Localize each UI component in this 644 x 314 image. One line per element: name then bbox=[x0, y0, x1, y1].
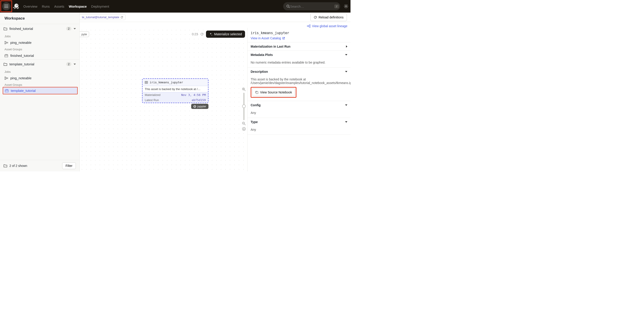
notebook-button-label: View Source Notebook bbox=[260, 91, 292, 94]
section-materialization-header[interactable]: Materialization in Last Run bbox=[248, 43, 350, 51]
svg-rect-11 bbox=[5, 90, 8, 92]
jupyter-icon bbox=[194, 105, 196, 108]
zoom-in-button[interactable] bbox=[242, 87, 246, 91]
job-icon bbox=[4, 77, 8, 80]
nav-workspace[interactable]: Workspace bbox=[69, 5, 87, 8]
section-label: Type bbox=[251, 120, 258, 124]
nav-assets[interactable]: Assets bbox=[54, 5, 64, 8]
download-button[interactable] bbox=[242, 127, 246, 131]
section-config-header[interactable]: Config bbox=[248, 101, 350, 109]
section-materialization: Materialization in Last Run bbox=[248, 43, 350, 51]
svg-rect-10 bbox=[7, 78, 8, 79]
repo-name: template_tutorial bbox=[10, 62, 64, 66]
materialize-label: Materialize selected bbox=[214, 32, 242, 36]
refresh-graph-button[interactable] bbox=[200, 32, 204, 36]
section-type-header[interactable]: Type bbox=[248, 118, 350, 126]
search-input[interactable] bbox=[290, 5, 332, 8]
menu-button[interactable] bbox=[2, 2, 10, 10]
app-logo bbox=[12, 3, 19, 10]
view-source-notebook-button[interactable]: View Source Notebook bbox=[252, 89, 295, 96]
table-icon bbox=[145, 81, 148, 84]
sidebar-footer: 2 of 2 shown Filter bbox=[0, 160, 80, 171]
description-body: This asset is backed by the notebook at … bbox=[248, 76, 350, 101]
notebook-button-highlight: View Source Notebook bbox=[251, 87, 296, 98]
reload-icon bbox=[314, 16, 317, 19]
asset-node-latest-run: Latest Run ebf5d159 bbox=[142, 98, 208, 103]
footer-count: 2 of 2 shown bbox=[10, 164, 27, 168]
section-type: Type Any bbox=[248, 118, 350, 135]
chevron-down-icon bbox=[345, 54, 347, 56]
svg-rect-7 bbox=[5, 55, 8, 57]
nav-overview[interactable]: Overview bbox=[23, 5, 38, 8]
svg-point-3 bbox=[345, 6, 347, 7]
zoom-slider[interactable] bbox=[243, 93, 244, 120]
sidebar-group-template[interactable]: template_tutorial bbox=[3, 87, 78, 94]
chevron-down-icon[interactable] bbox=[74, 28, 76, 30]
materialize-button[interactable]: Materialize selected bbox=[206, 31, 245, 38]
zoom-handle[interactable] bbox=[242, 104, 246, 108]
chevron-down-icon bbox=[345, 104, 347, 106]
repo-header-finished[interactable]: finished_tutorial 2 bbox=[0, 24, 80, 33]
breadcrumb-text: te_tutorial@tutorial_template bbox=[82, 16, 119, 19]
svg-rect-9 bbox=[5, 79, 6, 80]
sidebar-group-finished[interactable]: finished_tutorial bbox=[0, 52, 80, 59]
job-name: ping_noteable bbox=[10, 41, 32, 45]
repo-count: 2 bbox=[66, 62, 71, 66]
section-config: Config Any bbox=[248, 101, 350, 118]
sidebar-job-ping2[interactable]: ping_noteable bbox=[0, 74, 80, 82]
asset-group-icon bbox=[5, 89, 8, 92]
svg-rect-14 bbox=[310, 27, 310, 28]
repo-header-template[interactable]: template_tutorial 2 bbox=[0, 60, 80, 69]
latest-run-label: Latest Run bbox=[145, 98, 159, 102]
main-toolbar: te_tutorial@tutorial_template Reload def… bbox=[80, 13, 350, 22]
svg-point-17 bbox=[194, 106, 196, 107]
reload-label: Reload definitions bbox=[319, 16, 344, 19]
asset-catalog-link[interactable]: View in Asset Catalog bbox=[251, 36, 285, 40]
type-body: Any bbox=[248, 126, 350, 135]
description-text: This asset is backed by the notebook at … bbox=[251, 78, 347, 85]
asset-group-icon bbox=[4, 54, 8, 57]
reload-definitions-button[interactable]: Reload definitions bbox=[310, 14, 347, 21]
chevron-right-icon bbox=[346, 45, 347, 48]
plots-body: No numeric metadata entries available to… bbox=[248, 59, 350, 67]
section-plots-header[interactable]: Metadata Plots bbox=[248, 51, 350, 59]
asset-node[interactable]: iris_kmeans_jupyter This asset is backed… bbox=[142, 78, 208, 103]
sidebar-repo-template: template_tutorial 2 Jobs ping_noteable A… bbox=[0, 59, 80, 94]
reload-icon[interactable] bbox=[120, 16, 123, 19]
search-box[interactable]: / bbox=[283, 2, 340, 10]
repo-count: 2 bbox=[66, 27, 71, 31]
section-description-header[interactable]: Description bbox=[248, 68, 350, 76]
search-kbd: / bbox=[334, 5, 339, 8]
asset-node-desc: This asset is backed by the notebook at … bbox=[142, 86, 208, 92]
sidebar-job-ping[interactable]: ping_noteable bbox=[0, 39, 80, 46]
lineage-row: View global asset lineage bbox=[80, 22, 350, 28]
zoom-out-button[interactable] bbox=[242, 122, 246, 126]
breadcrumb[interactable]: te_tutorial@tutorial_template bbox=[80, 14, 126, 20]
nav-deployment[interactable]: Deployment bbox=[91, 5, 109, 8]
catalog-link-text: View in Asset Catalog bbox=[251, 36, 281, 40]
filter-button[interactable]: Filter bbox=[62, 162, 76, 169]
jupyter-tag[interactable]: jupyter bbox=[191, 104, 208, 109]
svg-rect-5 bbox=[5, 43, 6, 44]
groups-label: Asset Groups bbox=[0, 82, 80, 87]
nav-runs[interactable]: Runs bbox=[42, 5, 50, 8]
filter-pill[interactable]: pyte bbox=[80, 32, 89, 37]
canvas-top-controls: pyte 0:23 Materialize selected bbox=[80, 31, 245, 38]
external-link-icon bbox=[282, 37, 285, 40]
materialized-label: Materialized bbox=[145, 93, 160, 97]
settings-button[interactable] bbox=[344, 4, 348, 9]
chevron-down-icon bbox=[345, 71, 347, 72]
section-label: Config bbox=[251, 103, 260, 107]
svg-rect-12 bbox=[307, 26, 308, 27]
lineage-link-text: View global asset lineage bbox=[312, 24, 347, 28]
job-icon bbox=[4, 41, 8, 44]
section-plots: Metadata Plots No numeric metadata entri… bbox=[248, 51, 350, 68]
latest-run-value[interactable]: ebf5d159 bbox=[192, 98, 206, 102]
chevron-down-icon bbox=[345, 121, 347, 123]
global-lineage-link[interactable]: View global asset lineage bbox=[307, 24, 347, 28]
gear-icon bbox=[344, 4, 348, 9]
svg-point-16 bbox=[194, 105, 196, 108]
lineage-icon bbox=[307, 25, 310, 28]
asset-graph-canvas[interactable]: pyte 0:23 Materialize selected bbox=[80, 28, 247, 171]
chevron-down-icon[interactable] bbox=[74, 64, 76, 65]
